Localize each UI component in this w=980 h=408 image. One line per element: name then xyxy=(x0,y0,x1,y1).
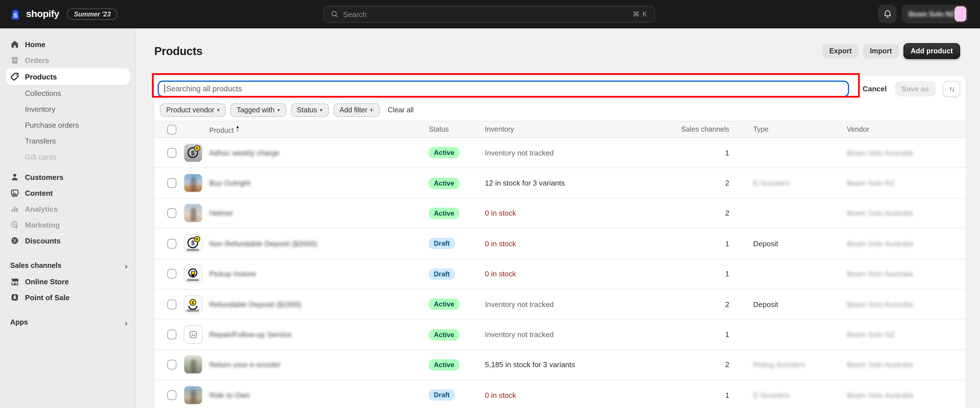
row-checkbox[interactable] xyxy=(167,390,177,400)
home-icon xyxy=(10,40,19,49)
shopify-logo[interactable]: S shopify xyxy=(9,7,59,21)
shopify-bag-icon: S xyxy=(9,7,22,21)
sidebar-item-transfers[interactable]: Transfers xyxy=(0,133,135,149)
vendor-cell: Beam Solo Australia xyxy=(847,148,966,157)
type-cell: Deposit xyxy=(753,239,847,248)
table-row[interactable]: $✕ Adhoc weekly charge Active Inventory … xyxy=(154,138,966,168)
row-checkbox[interactable] xyxy=(167,330,177,339)
product-name[interactable]: Repair/Follow-up Service xyxy=(209,330,291,339)
sales-channels-cell: 1 xyxy=(641,330,729,339)
customers-icon xyxy=(10,172,19,182)
row-checkbox[interactable] xyxy=(167,209,177,218)
sidebar-section-apps[interactable]: Apps› xyxy=(0,314,135,330)
product-thumbnail: $ xyxy=(183,295,202,314)
sidebar-item-customers[interactable]: Customers xyxy=(0,169,135,185)
global-search-input[interactable]: Search ⌘ K xyxy=(323,6,655,23)
table-row[interactable]: $ Refundable Deposit ($1500) Active Inve… xyxy=(154,289,966,320)
notifications-button[interactable] xyxy=(878,5,897,23)
list-search-row: Searching all products Cancel Save as ↑↓ xyxy=(154,75,966,102)
filter-chip-status[interactable]: Status▾ xyxy=(291,103,329,116)
point-of-sale-icon xyxy=(10,293,19,302)
status-badge: Active xyxy=(429,298,460,310)
product-name[interactable]: Adhoc weekly charge xyxy=(209,148,279,157)
vendor-cell: Beam Solo Australia xyxy=(847,209,966,218)
sidebar-item-label: Collections xyxy=(25,89,61,97)
sidebar-item-content[interactable]: Content xyxy=(0,185,135,201)
sidebar-item-discounts[interactable]: Discounts xyxy=(0,233,135,249)
sidebar-item-collections[interactable]: Collections xyxy=(0,85,135,101)
table-row[interactable]: Pickup Instore Draft 0 in stock 1 Beam S… xyxy=(154,259,966,289)
sidebar-item-online-store[interactable]: Online Store xyxy=(0,274,135,289)
sidebar-item-point-of-sale[interactable]: Point of Sale xyxy=(0,289,135,305)
row-checkbox[interactable] xyxy=(167,148,177,158)
add-filter-chip[interactable]: Add filter + xyxy=(333,103,380,116)
row-checkbox[interactable] xyxy=(167,360,177,370)
product-name[interactable]: Ride to Own xyxy=(209,391,250,400)
sidebar-item-products[interactable]: Products xyxy=(6,68,130,85)
add-product-button[interactable]: Add product xyxy=(903,43,960,59)
product-thumbnail xyxy=(183,174,202,192)
column-header-product[interactable]: Product▲▼ xyxy=(209,124,429,134)
save-as-button[interactable]: Save as xyxy=(895,81,936,96)
chevron-down-icon: ▾ xyxy=(277,107,280,113)
home-icon xyxy=(10,40,19,49)
product-name[interactable]: Return your e-scooter xyxy=(209,361,280,369)
table-body: $✕ Adhoc weekly charge Active Inventory … xyxy=(154,138,966,408)
table-row[interactable]: Return your e-scooter Active 5,185 in st… xyxy=(154,350,966,380)
sidebar-item-marketing[interactable]: Marketing xyxy=(0,217,135,233)
sidebar-item-label: Products xyxy=(25,72,57,81)
sales-channels-cell: 2 xyxy=(641,209,729,218)
export-button[interactable]: Export xyxy=(822,44,858,59)
customers-icon xyxy=(10,172,19,182)
products-search-input[interactable]: Searching all products xyxy=(158,81,849,97)
sidebar-item-home[interactable]: Home xyxy=(0,36,135,52)
product-name[interactable]: Non Refundable Deposit ($2000) xyxy=(209,239,317,248)
store-menu[interactable]: Beam Solo NZ xyxy=(902,5,968,23)
sort-button[interactable]: ↑↓ xyxy=(943,81,960,97)
chevron-right-icon: › xyxy=(125,261,127,270)
product-name[interactable]: Helmet xyxy=(209,209,232,218)
row-checkbox[interactable] xyxy=(167,239,177,249)
status-badge: Draft xyxy=(429,390,455,401)
select-all-checkbox[interactable] xyxy=(167,124,177,134)
product-name[interactable]: Buy Outright xyxy=(209,179,250,187)
type-cell: E-Scooters xyxy=(753,391,847,400)
status-badge: Draft xyxy=(429,268,455,280)
product-name[interactable]: Pickup Instore xyxy=(209,270,256,278)
sidebar-item-analytics[interactable]: Analytics xyxy=(0,201,135,217)
filters-row: Product vendor▾Tagged with▾Status▾ Add f… xyxy=(154,102,966,121)
row-checkbox[interactable] xyxy=(167,299,177,309)
import-button[interactable]: Import xyxy=(863,44,899,59)
filter-chip-tagged-with[interactable]: Tagged with▾ xyxy=(231,103,286,116)
top-bar: S shopify Summer '23 Search ⌘ K Beam Sol… xyxy=(0,0,980,29)
table-row[interactable]: $✕ Non Refundable Deposit ($2000) Draft … xyxy=(154,229,966,259)
inventory-cell: 5,185 in stock for 3 variants xyxy=(485,361,641,369)
sidebar-item-label: Purchase orders xyxy=(25,121,79,129)
inventory-cell: 12 in stock for 3 variants xyxy=(485,179,641,187)
chevron-down-icon: ▾ xyxy=(320,107,322,113)
table-row[interactable]: Ride to Own Draft 0 in stock 1 E-Scooter… xyxy=(154,380,966,408)
sidebar-item-gift-cards[interactable]: Gift cards xyxy=(0,149,135,164)
filter-chip-product-vendor[interactable]: Product vendor▾ xyxy=(160,103,226,116)
global-search-placeholder: Search xyxy=(343,10,628,18)
row-checkbox[interactable] xyxy=(167,269,177,279)
point-of-sale-icon xyxy=(10,293,19,302)
status-badge: Active xyxy=(429,329,460,340)
sidebar-section-sales-channels[interactable]: Sales channels› xyxy=(0,258,135,274)
online-store-icon xyxy=(10,277,19,286)
table-row[interactable]: Buy Outright Active 12 in stock for 3 va… xyxy=(154,168,966,199)
row-checkbox[interactable] xyxy=(167,178,177,188)
clear-all-button[interactable]: Clear all xyxy=(388,106,414,114)
product-thumbnail xyxy=(183,325,202,344)
sidebar-item-purchase-orders[interactable]: Purchase orders xyxy=(0,117,135,133)
product-name[interactable]: Refundable Deposit ($1500) xyxy=(209,300,301,308)
vendor-cell: Beam Solo Australia xyxy=(847,300,966,308)
sidebar-item-orders[interactable]: Orders xyxy=(0,52,135,68)
cancel-button[interactable]: Cancel xyxy=(862,84,887,93)
column-header-sales-channels: Sales channels xyxy=(641,126,729,133)
sidebar-item-inventory[interactable]: Inventory xyxy=(0,101,135,117)
analytics-icon xyxy=(10,204,19,214)
table-row[interactable]: Helmet Active 0 in stock 2 Beam Solo Aus… xyxy=(154,199,966,229)
table-row[interactable]: Repair/Follow-up Service Active Inventor… xyxy=(154,320,966,350)
content-icon xyxy=(10,188,19,198)
